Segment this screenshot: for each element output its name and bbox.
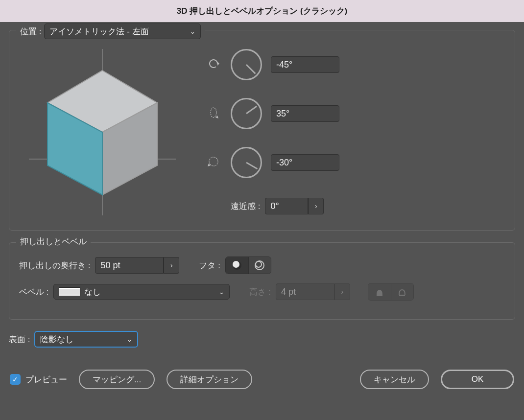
depth-step-button[interactable]: ›	[164, 257, 179, 274]
preview-checkbox[interactable]: ✓	[10, 374, 21, 385]
angle-y-input[interactable]	[271, 105, 339, 122]
map-art-button[interactable]: マッピング...	[79, 370, 155, 389]
chevron-down-icon: ⌄	[190, 28, 195, 35]
preview-label: プレビュー	[25, 374, 67, 385]
chevron-right-icon: ›	[341, 288, 344, 296]
bevel-extent-out-button	[391, 283, 413, 300]
extrude-legend: 押し出しとベベル	[20, 236, 87, 247]
more-options-button[interactable]: 詳細オプション	[167, 370, 252, 389]
svg-rect-17	[399, 295, 405, 296]
position-group: 位置 : アイソメトリック法 - 左面 ⌄	[9, 30, 515, 231]
cap-on-button[interactable]	[226, 257, 248, 274]
depth-input[interactable]	[95, 257, 164, 274]
perspective-step-button[interactable]: ›	[308, 198, 324, 214]
perspective-input[interactable]	[265, 198, 308, 214]
cap-toggle-group	[225, 257, 271, 274]
svg-marker-7	[217, 62, 219, 66]
dialog-title: 3D 押し出しとベベルオプション (クラシック)	[0, 0, 524, 22]
cancel-button[interactable]: キャンセル	[360, 370, 429, 389]
position-label: 位置 :	[20, 26, 41, 37]
rotate-x-icon	[205, 57, 222, 73]
bevel-label: ベベル :	[19, 286, 48, 298]
height-input	[276, 283, 334, 300]
check-icon: ✓	[12, 375, 18, 383]
chevron-right-icon: ›	[170, 261, 173, 269]
bevel-swatch-icon	[59, 287, 80, 296]
depth-label: 押し出しの奥行き :	[19, 260, 90, 271]
angle-x-dial[interactable]	[231, 49, 262, 80]
svg-point-15	[256, 261, 262, 267]
svg-rect-16	[377, 295, 382, 296]
rotate-y-icon	[205, 106, 222, 122]
angle-y-dial[interactable]	[231, 98, 262, 129]
angle-x-input[interactable]	[271, 56, 339, 73]
extrude-group: 押し出しとベベル 押し出しの奥行き : › フタ : ベベル :	[9, 242, 515, 320]
surface-dropdown[interactable]: 陰影なし ⌄	[35, 331, 138, 347]
angle-z-dial[interactable]	[231, 147, 262, 178]
svg-point-13	[233, 261, 239, 268]
rotate-z-icon	[205, 155, 222, 171]
angle-z-input[interactable]	[271, 154, 339, 171]
svg-marker-11	[208, 163, 211, 166]
cap-label: フタ :	[199, 260, 220, 271]
bevel-end-group	[368, 283, 414, 301]
chevron-right-icon: ›	[315, 202, 317, 210]
bevel-dropdown[interactable]: なし ⌄	[53, 284, 230, 300]
cube-preview[interactable]	[19, 44, 186, 220]
ok-button[interactable]: OK	[441, 370, 514, 389]
cap-off-button[interactable]	[248, 257, 271, 274]
bevel-extent-in-button	[368, 283, 391, 300]
surface-dropdown-value: 陰影なし	[40, 334, 73, 345]
height-label: 高さ :	[249, 286, 270, 298]
chevron-down-icon: ⌄	[218, 288, 224, 296]
chevron-down-icon: ⌄	[126, 336, 132, 343]
height-step-button: ›	[334, 283, 350, 300]
svg-marker-9	[215, 116, 218, 118]
perspective-label: 遠近感 :	[231, 201, 260, 212]
bevel-dropdown-value: なし	[84, 286, 101, 298]
position-dropdown-value: アイソメトリック法 - 左面	[49, 26, 148, 37]
svg-point-8	[211, 108, 216, 117]
surface-label: 表面 :	[9, 334, 30, 345]
position-dropdown[interactable]: アイソメトリック法 - 左面 ⌄	[44, 23, 201, 39]
svg-point-10	[209, 157, 218, 166]
